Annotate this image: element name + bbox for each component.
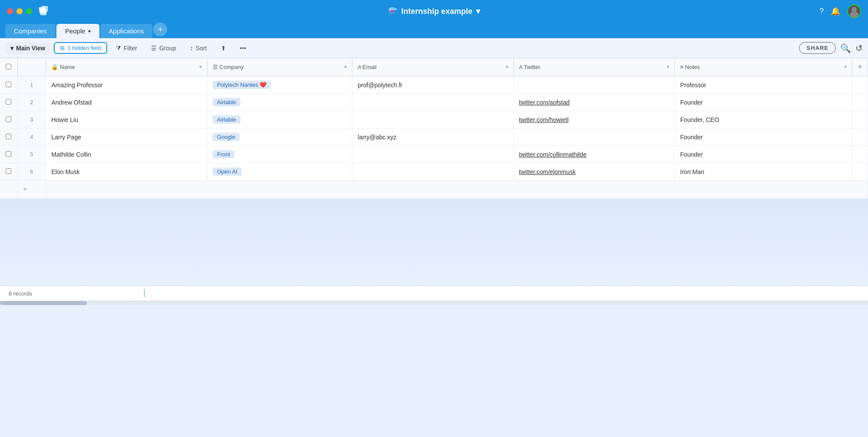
horizontal-scrollbar[interactable] bbox=[0, 301, 868, 305]
company-col-dropdown[interactable]: ▾ bbox=[344, 64, 347, 70]
row-checkbox[interactable] bbox=[0, 76, 17, 94]
select-all-checkbox[interactable] bbox=[0, 58, 17, 76]
twitter-cell[interactable]: twitter.com/collinmathilde bbox=[513, 146, 675, 163]
svg-rect-2 bbox=[40, 9, 46, 15]
twitter-column-header[interactable]: A Twitter ▾ bbox=[513, 58, 675, 76]
people-dropdown-icon[interactable]: ▾ bbox=[88, 28, 91, 34]
row-number: 4 bbox=[17, 128, 46, 146]
add-col-placeholder bbox=[852, 94, 868, 111]
email-cell[interactable]: prof@polytech.fr bbox=[352, 76, 514, 94]
close-button[interactable] bbox=[7, 8, 13, 14]
table-row: 4Larry PageGooglelarry@abc.xyzFounder bbox=[0, 128, 868, 146]
twitter-cell[interactable]: twitter.com/aofstad bbox=[513, 94, 675, 111]
table-icon: ⊞ bbox=[60, 45, 65, 51]
email-cell[interactable] bbox=[352, 163, 514, 181]
twitter-cell[interactable] bbox=[513, 76, 675, 94]
row-checkbox[interactable] bbox=[0, 111, 17, 128]
notifications-icon[interactable]: 🔔 bbox=[831, 7, 840, 16]
more-options-button[interactable]: ••• bbox=[235, 42, 252, 54]
row-checkbox[interactable] bbox=[0, 94, 17, 111]
name-column-header[interactable]: 🔒 Name ▾ bbox=[46, 58, 207, 76]
email-col-dropdown[interactable]: ▾ bbox=[506, 64, 508, 70]
minimize-button[interactable] bbox=[16, 8, 23, 14]
people-tab-label: People bbox=[65, 27, 85, 35]
company-column-header[interactable]: ☰ Company ▾ bbox=[207, 58, 352, 76]
add-tab-button[interactable]: + bbox=[153, 23, 167, 36]
maximize-button[interactable] bbox=[26, 8, 32, 14]
title-right-actions: ? 🔔 bbox=[819, 4, 861, 18]
email-column-header[interactable]: A Email ▾ bbox=[352, 58, 514, 76]
share-button[interactable]: SHARE bbox=[799, 42, 836, 54]
toolbar-right: SHARE 🔍 ↺ bbox=[799, 42, 863, 54]
row-checkbox[interactable] bbox=[0, 128, 17, 146]
scrollbar-thumb[interactable] bbox=[0, 301, 87, 305]
filter-button[interactable]: ⧩ Filter bbox=[111, 42, 142, 54]
row-number-header bbox=[17, 58, 46, 76]
filter-icon: ⧩ bbox=[116, 44, 121, 52]
company-cell[interactable]: Open AI bbox=[207, 163, 352, 181]
company-cell[interactable]: Polytech Nantes ❤️ bbox=[207, 76, 352, 94]
add-record-row[interactable]: + bbox=[0, 181, 868, 199]
sort-button[interactable]: ↕ Sort bbox=[185, 42, 212, 54]
row-checkbox[interactable] bbox=[0, 146, 17, 163]
notes-column-header[interactable]: ≡ Notes ▾ bbox=[675, 58, 852, 76]
notes-col-dropdown[interactable]: ▾ bbox=[844, 64, 847, 70]
row-checkbox[interactable] bbox=[0, 163, 17, 181]
twitter-cell[interactable]: twitter.com/howietl bbox=[513, 111, 675, 128]
email-cell[interactable] bbox=[352, 111, 514, 128]
name-cell[interactable]: Andrew Ofstad bbox=[46, 94, 207, 111]
help-icon[interactable]: ? bbox=[819, 7, 824, 16]
name-cell[interactable]: Larry Page bbox=[46, 128, 207, 146]
company-col-icon: ☰ bbox=[213, 64, 220, 70]
toolbar: ▾ Main View ⊞ 1 hidden field ⧩ Filter ☰ … bbox=[0, 38, 868, 58]
email-cell[interactable] bbox=[352, 94, 514, 111]
notes-cell[interactable]: Founder, CEO bbox=[675, 111, 852, 128]
notes-cell[interactable]: Professor bbox=[675, 76, 852, 94]
company-cell[interactable]: Google bbox=[207, 128, 352, 146]
table-row: 3Howie LiuAirtabletwitter.com/howietlFou… bbox=[0, 111, 868, 128]
name-cell[interactable]: Amazing Professor bbox=[46, 76, 207, 94]
view-selector[interactable]: ▾ Main View bbox=[5, 42, 50, 54]
history-icon[interactable]: ↺ bbox=[855, 43, 863, 53]
name-cell[interactable]: Mathilde Collin bbox=[46, 146, 207, 163]
add-record-button[interactable]: + bbox=[17, 181, 46, 199]
tab-people[interactable]: People ▾ bbox=[56, 24, 99, 38]
add-col-placeholder bbox=[852, 128, 868, 146]
status-bar: 6 records bbox=[0, 286, 868, 301]
email-cell[interactable]: larry@abc.xyz bbox=[352, 128, 514, 146]
window-title[interactable]: ⚗️ Internship example ▾ bbox=[388, 7, 480, 16]
name-cell[interactable]: Howie Liu bbox=[46, 111, 207, 128]
notes-cell[interactable]: Iron Man bbox=[675, 163, 852, 181]
user-avatar[interactable] bbox=[847, 4, 861, 18]
hidden-field-button[interactable]: ⊞ 1 hidden field bbox=[54, 42, 107, 54]
search-icon[interactable]: 🔍 bbox=[840, 43, 851, 53]
add-row-check-placeholder bbox=[0, 181, 17, 199]
filter-label: Filter bbox=[124, 45, 137, 52]
name-cell[interactable]: Elon Musk bbox=[46, 163, 207, 181]
twitter-col-dropdown[interactable]: ▾ bbox=[667, 64, 669, 70]
notes-cell[interactable]: Founder bbox=[675, 94, 852, 111]
company-cell[interactable]: Front bbox=[207, 146, 352, 163]
notes-cell[interactable]: Founder bbox=[675, 128, 852, 146]
company-cell[interactable]: Airtable bbox=[207, 111, 352, 128]
title-dropdown-icon[interactable]: ▾ bbox=[476, 7, 480, 16]
add-col-placeholder bbox=[852, 163, 868, 181]
email-cell[interactable] bbox=[352, 146, 514, 163]
table-row: 1Amazing ProfessorPolytech Nantes ❤️prof… bbox=[0, 76, 868, 94]
row-number: 3 bbox=[17, 111, 46, 128]
share-export-button[interactable]: ⬆ bbox=[216, 42, 231, 54]
twitter-cell[interactable]: twitter.com/elonmusk bbox=[513, 163, 675, 181]
svg-point-3 bbox=[852, 7, 857, 12]
add-column-button[interactable]: + bbox=[852, 58, 868, 76]
group-button[interactable]: ☰ Group bbox=[146, 42, 181, 54]
view-dropdown-icon: ▾ bbox=[10, 45, 13, 52]
tab-applications[interactable]: Applications bbox=[100, 24, 153, 38]
notes-cell[interactable]: Founder bbox=[675, 146, 852, 163]
data-table: 🔒 Name ▾ ☰ Company ▾ A Email ▾ A Twitter bbox=[0, 58, 868, 199]
sort-label: Sort bbox=[196, 45, 207, 52]
tab-companies[interactable]: Companies bbox=[5, 24, 56, 38]
name-col-dropdown[interactable]: ▾ bbox=[199, 64, 202, 70]
twitter-cell[interactable] bbox=[513, 128, 675, 146]
window-controls bbox=[7, 8, 32, 14]
company-cell[interactable]: Airtable bbox=[207, 94, 352, 111]
